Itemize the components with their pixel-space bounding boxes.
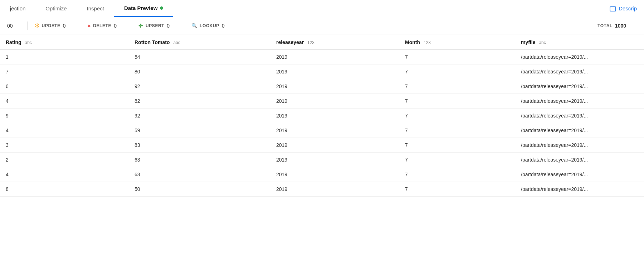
tab-optimize[interactable]: Optimize [35,0,77,17]
tab-data-preview[interactable]: Data Preview [114,0,173,17]
cell-myfile: /partdata/releaseyear=2019/... [515,123,644,138]
stat-delete: × DELETE 0 [84,23,127,29]
col-header-month[interactable]: Month 123 [399,34,515,50]
stat-upsert: ✤ UPSERT 0 [135,23,180,29]
cell-releaseyear: 2019 [270,94,399,109]
divider-4 [184,21,184,30]
cell-rating: 4 [0,123,129,138]
stat-total: TOTAL 1000 [594,23,637,29]
table-row: 99220197/partdata/releaseyear=2019/... [0,109,644,123]
divider-3 [131,21,131,30]
cell-rating: 6 [0,79,129,94]
update-icon: ✻ [35,22,39,29]
data-table: Rating abc Rotton Tomato abc releaseyear… [0,34,644,197]
cell-rating: 4 [0,94,129,109]
divider-2 [80,21,80,30]
col-header-myfile[interactable]: myfile abc [515,34,644,50]
tab-bar: jection Optimize Inspect Data Preview De… [0,0,644,17]
cell-myfile: /partdata/releaseyear=2019/... [515,94,644,109]
cell-month: 7 [399,94,515,109]
cell-rotton: 92 [129,109,270,123]
stat-update: ✻ UPDATE 0 [31,22,77,29]
describe-button[interactable]: Descrip [602,0,644,17]
table-row: 26320197/partdata/releaseyear=2019/... [0,153,644,167]
stat-count: 00 [7,23,24,29]
cell-rating: 3 [0,138,129,153]
cell-month: 7 [399,153,515,167]
cell-month: 7 [399,109,515,123]
cell-myfile: /partdata/releaseyear=2019/... [515,153,644,167]
cell-myfile: /partdata/releaseyear=2019/... [515,109,644,123]
active-dot [160,6,163,10]
cell-month: 7 [399,64,515,79]
cell-rating: 1 [0,50,129,64]
delete-icon: × [87,23,91,29]
data-table-container: Rating abc Rotton Tomato abc releaseyear… [0,34,644,197]
cell-rotton: 80 [129,64,270,79]
table-row: 78020197/partdata/releaseyear=2019/... [0,64,644,79]
cell-rotton: 59 [129,123,270,138]
cell-releaseyear: 2019 [270,123,399,138]
cell-myfile: /partdata/releaseyear=2019/... [515,79,644,94]
cell-month: 7 [399,79,515,94]
stats-bar: 00 ✻ UPDATE 0 × DELETE 0 ✤ UPSERT 0 🔍 LO… [0,17,644,34]
cell-rating: 2 [0,153,129,167]
cell-myfile: /partdata/releaseyear=2019/... [515,182,644,197]
cell-rating: 9 [0,109,129,123]
upsert-icon: ✤ [138,23,143,29]
tab-inspect[interactable]: Inspect [77,0,114,17]
cell-rotton: 54 [129,50,270,64]
cell-rating: 7 [0,64,129,79]
table-row: 45920197/partdata/releaseyear=2019/... [0,123,644,138]
cell-releaseyear: 2019 [270,182,399,197]
cell-rotton: 92 [129,79,270,94]
cell-month: 7 [399,182,515,197]
divider-1 [27,21,28,30]
col-header-rating[interactable]: Rating abc [0,34,129,50]
col-header-rotton[interactable]: Rotton Tomato abc [129,34,270,50]
cell-rating: 4 [0,167,129,182]
table-row: 38320197/partdata/releaseyear=2019/... [0,138,644,153]
cell-rotton: 63 [129,153,270,167]
cell-month: 7 [399,50,515,64]
stat-lookup: 🔍 LOOKUP 0 [188,23,235,29]
table-row: 48220197/partdata/releaseyear=2019/... [0,94,644,109]
cell-rotton: 63 [129,167,270,182]
cell-rotton: 82 [129,94,270,109]
cell-rating: 8 [0,182,129,197]
table-header-row: Rating abc Rotton Tomato abc releaseyear… [0,34,644,50]
cell-releaseyear: 2019 [270,153,399,167]
cell-releaseyear: 2019 [270,138,399,153]
table-row: 15420197/partdata/releaseyear=2019/... [0,50,644,64]
table-row: 46320197/partdata/releaseyear=2019/... [0,167,644,182]
cell-rotton: 50 [129,182,270,197]
table-row: 85020197/partdata/releaseyear=2019/... [0,182,644,197]
lookup-icon: 🔍 [191,23,197,28]
cell-month: 7 [399,138,515,153]
table-row: 69220197/partdata/releaseyear=2019/... [0,79,644,94]
cell-releaseyear: 2019 [270,79,399,94]
cell-myfile: /partdata/releaseyear=2019/... [515,50,644,64]
col-header-releaseyear[interactable]: releaseyear 123 [270,34,399,50]
cell-releaseyear: 2019 [270,64,399,79]
tab-jection[interactable]: jection [0,0,35,17]
cell-releaseyear: 2019 [270,50,399,64]
cell-myfile: /partdata/releaseyear=2019/... [515,138,644,153]
chat-icon [610,6,616,11]
cell-myfile: /partdata/releaseyear=2019/... [515,167,644,182]
cell-myfile: /partdata/releaseyear=2019/... [515,64,644,79]
cell-releaseyear: 2019 [270,167,399,182]
cell-rotton: 83 [129,138,270,153]
cell-releaseyear: 2019 [270,109,399,123]
cell-month: 7 [399,123,515,138]
cell-month: 7 [399,167,515,182]
